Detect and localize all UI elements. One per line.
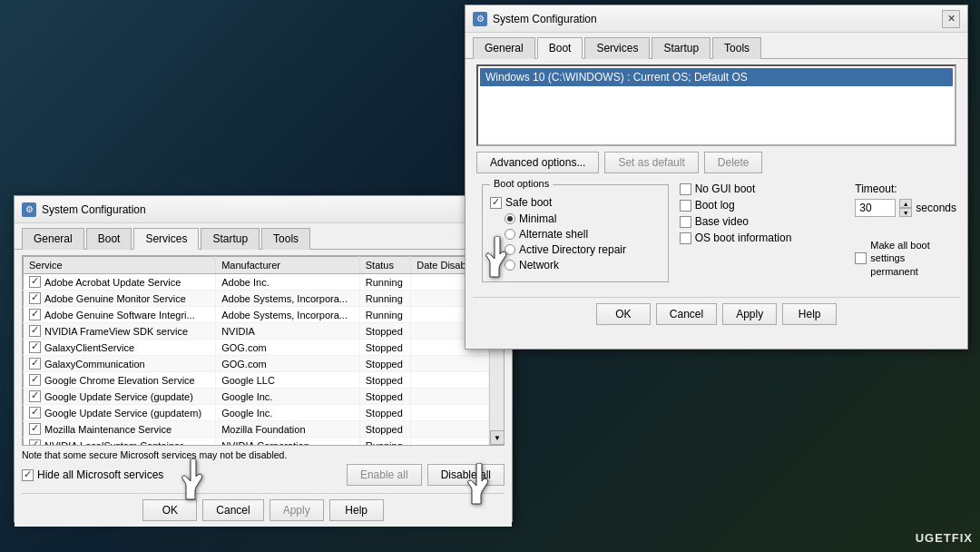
- manufacturer-cell: Google Inc.: [216, 389, 360, 405]
- service-checkbox[interactable]: [29, 374, 41, 386]
- table-row[interactable]: Adobe Acrobat Update Service Adobe Inc. …: [24, 274, 489, 291]
- tab-tools-front[interactable]: Tools: [712, 37, 761, 59]
- close-button-boot[interactable]: ✕: [942, 10, 960, 28]
- boot-log-label: Boot log: [695, 199, 735, 212]
- boot-log-checkbox[interactable]: [680, 200, 691, 212]
- table-row[interactable]: NVIDIA FrameView SDK service NVIDIA Stop…: [24, 323, 489, 340]
- service-checkbox[interactable]: [29, 358, 41, 370]
- apply-btn-services[interactable]: Apply: [270, 499, 324, 521]
- tab-bar-services: General Boot Services Startup Tools: [15, 223, 512, 250]
- scroll-down-btn[interactable]: ▼: [490, 430, 505, 445]
- dialog-boot[interactable]: ⚙ System Configuration ✕ General Boot Se…: [465, 5, 968, 350]
- service-checkbox[interactable]: [29, 423, 41, 435]
- date-cell: [411, 405, 489, 421]
- table-row[interactable]: NVIDIA LocalSystem Container NVIDIA Corp…: [24, 438, 489, 447]
- safe-boot-checkbox[interactable]: [490, 197, 502, 209]
- tab-tools-back[interactable]: Tools: [261, 228, 310, 250]
- advanced-options-btn[interactable]: Advanced options...: [476, 152, 599, 173]
- enable-all-btn[interactable]: Enable all: [347, 464, 422, 486]
- tab-startup-back[interactable]: Startup: [201, 228, 260, 250]
- date-cell: [411, 421, 489, 438]
- network-radio[interactable]: [505, 260, 515, 271]
- services-note: Note that some secure Microsoft services…: [22, 449, 505, 460]
- date-cell: [411, 372, 489, 389]
- service-cell: GalaxyClientService: [24, 340, 216, 356]
- tab-boot-back[interactable]: Boot: [86, 228, 132, 250]
- manufacturer-cell: NVIDIA Corporation: [216, 438, 360, 447]
- spin-up[interactable]: ▲: [899, 199, 912, 208]
- spin-down[interactable]: ▼: [899, 208, 912, 217]
- hide-ms-container: Hide all Microsoft services: [22, 468, 163, 481]
- table-row[interactable]: Google Update Service (gupdatem) Google …: [24, 405, 489, 421]
- ok-btn-boot[interactable]: OK: [596, 303, 651, 325]
- service-checkbox[interactable]: [29, 439, 41, 446]
- timeout-label: Timeout:: [855, 182, 897, 195]
- boot-entry[interactable]: Windows 10 (C:\WINDOWS) : Current OS; De…: [480, 68, 953, 86]
- service-checkbox[interactable]: [29, 325, 41, 337]
- os-boot-checkbox[interactable]: [680, 232, 691, 244]
- service-checkbox[interactable]: [29, 276, 41, 288]
- base-video-checkbox[interactable]: [680, 216, 691, 228]
- disable-all-btn[interactable]: Disable all: [427, 464, 505, 486]
- ad-repair-radio[interactable]: [505, 244, 515, 255]
- make-permanent-checkbox[interactable]: [855, 252, 867, 264]
- service-cell: Adobe Genuine Monitor Service: [24, 291, 216, 307]
- table-row[interactable]: Google Update Service (gupdate) Google I…: [24, 389, 489, 405]
- table-row[interactable]: Mozilla Maintenance Service Mozilla Foun…: [24, 421, 489, 438]
- boot-list[interactable]: Windows 10 (C:\WINDOWS) : Current OS; De…: [476, 64, 956, 146]
- table-row[interactable]: Adobe Genuine Monitor Service Adobe Syst…: [24, 291, 489, 307]
- seconds-label: seconds: [916, 202, 956, 214]
- date-cell: [411, 356, 489, 372]
- service-checkbox[interactable]: [29, 309, 41, 320]
- dialog-title-boot: System Configuration: [493, 13, 597, 25]
- boot-options-label: Boot options: [490, 178, 553, 189]
- service-checkbox[interactable]: [29, 407, 41, 419]
- apply-btn-boot[interactable]: Apply: [722, 303, 777, 325]
- tab-services-front[interactable]: Services: [584, 37, 650, 59]
- hide-ms-checkbox[interactable]: [22, 469, 34, 481]
- tab-general-back[interactable]: General: [22, 228, 84, 250]
- tab-boot-front[interactable]: Boot: [537, 37, 583, 59]
- titlebar-services: ⚙ System Configuration ✕: [15, 196, 512, 223]
- service-checkbox[interactable]: [29, 292, 41, 304]
- table-row[interactable]: Google Chrome Elevation Service Google L…: [24, 372, 489, 389]
- minimal-radio[interactable]: [505, 213, 515, 224]
- manufacturer-cell: GOG.com: [216, 340, 360, 356]
- status-cell: Stopped: [359, 405, 410, 421]
- tab-general-front[interactable]: General: [473, 37, 535, 59]
- service-checkbox[interactable]: [29, 390, 41, 402]
- service-cell: Google Update Service (gupdatem): [24, 405, 216, 421]
- tab-startup-front[interactable]: Startup: [652, 37, 710, 59]
- date-cell: [411, 438, 489, 447]
- ok-btn-services[interactable]: OK: [142, 499, 197, 521]
- make-permanent-label: Make all boot settings permanent: [870, 239, 952, 278]
- status-cell: Stopped: [359, 356, 410, 372]
- os-boot-label: OS boot information: [695, 232, 792, 244]
- cancel-btn-boot[interactable]: Cancel: [656, 303, 717, 325]
- status-cell: Running: [359, 291, 410, 307]
- table-row[interactable]: Adobe Genuine Software Integri... Adobe …: [24, 307, 489, 323]
- service-cell: Adobe Genuine Software Integri...: [24, 307, 216, 323]
- no-gui-label: No GUI boot: [695, 182, 756, 195]
- boot-options-group: Boot options Safe boot Minimal: [482, 184, 669, 282]
- help-btn-services[interactable]: Help: [329, 499, 384, 521]
- network-label: Network: [519, 259, 559, 271]
- status-cell: Running: [359, 274, 410, 291]
- set-default-btn[interactable]: Set as default: [604, 152, 698, 173]
- table-row[interactable]: GalaxyClientService GOG.com Stopped: [24, 340, 489, 356]
- table-row[interactable]: GalaxyCommunication GOG.com Stopped: [24, 356, 489, 372]
- service-checkbox[interactable]: [29, 341, 41, 353]
- no-gui-checkbox[interactable]: [680, 183, 691, 195]
- dialog-services[interactable]: ⚙ System Configuration ✕ General Boot Se…: [14, 195, 513, 522]
- service-cell: Google Update Service (gupdate): [24, 389, 216, 405]
- help-btn-boot[interactable]: Help: [782, 303, 837, 325]
- alternate-shell-radio[interactable]: [505, 229, 515, 240]
- status-cell: Running: [359, 307, 410, 323]
- cancel-btn-services[interactable]: Cancel: [202, 499, 263, 521]
- timeout-input[interactable]: 30: [855, 199, 896, 217]
- delete-btn[interactable]: Delete: [704, 152, 763, 173]
- manufacturer-cell: Adobe Inc.: [216, 274, 360, 291]
- timeout-spinner[interactable]: ▲ ▼: [899, 199, 912, 217]
- tab-services-back[interactable]: Services: [133, 228, 199, 250]
- manufacturer-cell: Google Inc.: [216, 405, 360, 421]
